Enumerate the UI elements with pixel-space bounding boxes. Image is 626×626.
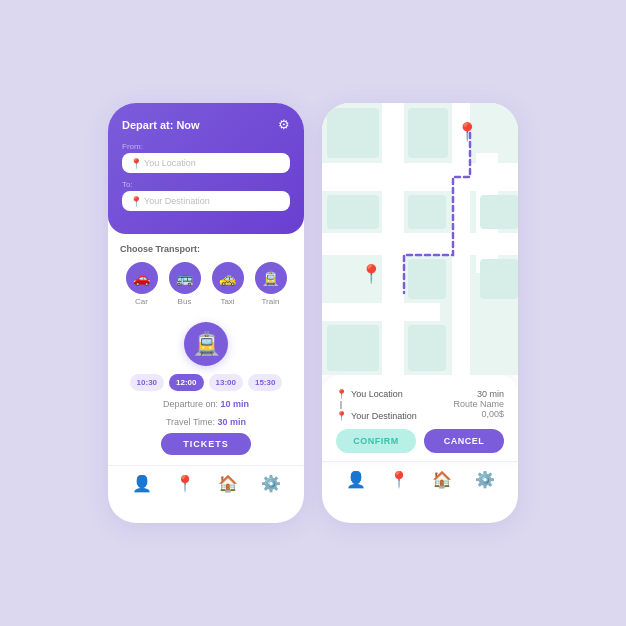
map-block-9 [408, 325, 446, 371]
tickets-button[interactable]: TICKETS [161, 433, 251, 455]
gear-icon[interactable]: ⚙ [278, 117, 290, 132]
selected-transport: 🚊 [108, 314, 304, 374]
selected-transport-icon: 🚊 [184, 322, 228, 366]
from-stop-icon: 📍 [336, 389, 347, 399]
route-to: 📍 Your Destination [336, 411, 417, 421]
map-block-5 [480, 195, 518, 229]
route-price: 0,00$ [453, 409, 504, 419]
cancel-button[interactable]: CANCEL [424, 429, 504, 453]
confirm-button[interactable]: CONFIRM [336, 429, 416, 453]
to-input[interactable]: 📍 Your Destination [122, 191, 290, 211]
nav-home-icon[interactable]: 🏠 [218, 474, 238, 493]
nav-profile-icon[interactable]: 👤 [132, 474, 152, 493]
transport-train[interactable]: 🚊 Train [255, 262, 287, 306]
taxi-label: Taxi [220, 297, 234, 306]
nav-location-icon-right[interactable]: 📍 [389, 470, 409, 489]
to-pin-icon: 📍 [130, 196, 142, 207]
nav-settings-icon-right[interactable]: ⚙️ [475, 470, 495, 489]
map-pin-end: 📍 [360, 263, 382, 285]
route-connector [340, 401, 342, 409]
road-v1 [382, 103, 404, 375]
from-pin-icon: 📍 [130, 158, 142, 169]
time-slot-1030[interactable]: 10:30 [130, 374, 164, 391]
route-from: 📍 You Location [336, 389, 417, 399]
transport-label: Choose Transport: [120, 244, 292, 254]
nav-profile-icon-right[interactable]: 👤 [346, 470, 366, 489]
map-block-3 [327, 195, 379, 229]
train-label: Train [262, 297, 280, 306]
depart-label: Depart at: Now [122, 119, 200, 131]
depart-value: Now [176, 119, 199, 131]
phone-right: 📍 📍 📍 You Location 📍 Your Destination [322, 103, 518, 523]
map-block-8 [327, 325, 379, 371]
route-name: Route Name [453, 399, 504, 409]
taxi-icon: 🚕 [212, 262, 244, 294]
transport-taxi[interactable]: 🚕 Taxi [212, 262, 244, 306]
route-stops: 📍 You Location 📍 Your Destination [336, 389, 417, 421]
transport-car[interactable]: 🚗 Car [126, 262, 158, 306]
bus-label: Bus [178, 297, 192, 306]
map-pin-start: 📍 [456, 121, 478, 143]
transport-bus[interactable]: 🚌 Bus [169, 262, 201, 306]
map-block-7 [480, 259, 518, 299]
phone-left: Depart at: Now ⚙ From: 📍 You Location To… [108, 103, 304, 523]
nav-settings-icon[interactable]: ⚙️ [261, 474, 281, 493]
from-label: From: [122, 142, 290, 151]
info-card: 📍 You Location 📍 Your Destination 30 min… [322, 375, 518, 461]
car-label: Car [135, 297, 148, 306]
map-block-1 [327, 108, 379, 158]
to-placeholder: Your Destination [144, 196, 210, 206]
nav-location-icon[interactable]: 📍 [175, 474, 195, 493]
departure-time: 10 min [221, 399, 250, 409]
depart-row: Depart at: Now ⚙ [122, 117, 290, 132]
time-slot-1300[interactable]: 13:00 [209, 374, 243, 391]
info-row: 📍 You Location 📍 Your Destination 30 min… [336, 389, 504, 421]
action-buttons: CONFIRM CANCEL [336, 429, 504, 453]
route-details: 30 min Route Name 0,00$ [453, 389, 504, 419]
transport-options: 🚗 Car 🚌 Bus 🚕 Taxi 🚊 Train [120, 262, 292, 306]
travel-info: Travel Time: 30 min [108, 415, 304, 433]
road-v2 [452, 103, 470, 375]
map-area: 📍 📍 [322, 103, 518, 375]
nav-bar-right: 👤 📍 🏠 ⚙️ [322, 461, 518, 499]
to-stop-icon: 📍 [336, 411, 347, 421]
map-block-6 [408, 259, 446, 299]
train-icon: 🚊 [255, 262, 287, 294]
time-slot-1200[interactable]: 12:00 [169, 374, 203, 391]
bus-icon: 🚌 [169, 262, 201, 294]
map-block-2 [408, 108, 448, 158]
from-input[interactable]: 📍 You Location [122, 153, 290, 173]
time-slot-1530[interactable]: 15:30 [248, 374, 282, 391]
nav-home-icon-right[interactable]: 🏠 [432, 470, 452, 489]
car-icon: 🚗 [126, 262, 158, 294]
from-stop-label: You Location [351, 389, 403, 399]
to-stop-label: Your Destination [351, 411, 417, 421]
to-label: To: [122, 180, 290, 189]
map-block-4 [408, 195, 446, 229]
from-placeholder: You Location [144, 158, 196, 168]
transport-section: Choose Transport: 🚗 Car 🚌 Bus 🚕 Taxi 🚊 T… [108, 234, 304, 314]
phones-container: Depart at: Now ⚙ From: 📍 You Location To… [108, 103, 518, 523]
road-h3 [322, 303, 440, 321]
route-time: 30 min [453, 389, 504, 399]
time-slots: 10:30 12:00 13:00 15:30 [108, 374, 304, 397]
header-section: Depart at: Now ⚙ From: 📍 You Location To… [108, 103, 304, 234]
travel-time: 30 min [218, 417, 247, 427]
departure-info: Departure on: 10 min [108, 397, 304, 415]
nav-bar-left: 👤 📍 🏠 ⚙️ [108, 465, 304, 503]
